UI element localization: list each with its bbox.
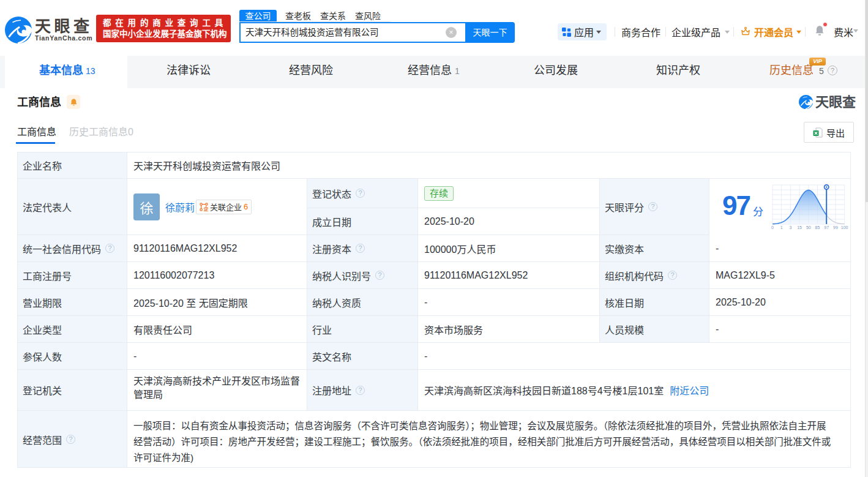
svg-text:99: 99 — [833, 225, 838, 230]
svg-text:1: 1 — [780, 225, 783, 230]
svg-text:100: 100 — [841, 225, 848, 230]
svg-text:0: 0 — [771, 225, 774, 230]
svg-text:企: 企 — [203, 206, 209, 211]
svg-text:97: 97 — [824, 225, 829, 230]
svg-text:15: 15 — [797, 225, 802, 230]
svg-text:85: 85 — [815, 225, 820, 230]
svg-text:3: 3 — [789, 225, 791, 230]
svg-text:50: 50 — [806, 225, 811, 230]
